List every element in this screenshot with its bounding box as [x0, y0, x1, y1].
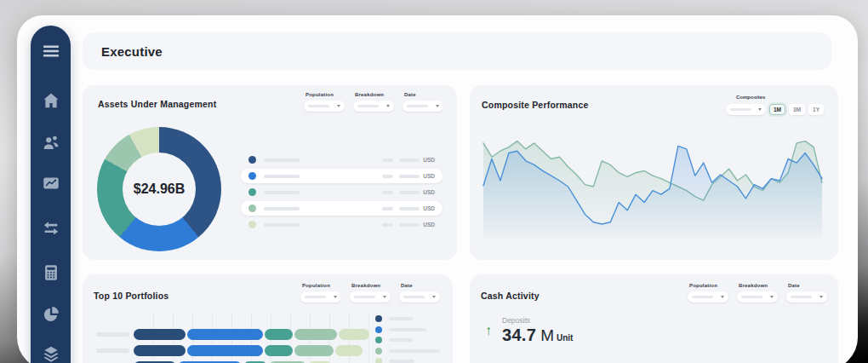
aum-date-select[interactable]: [403, 101, 443, 112]
legend-value-placeholder: [399, 158, 420, 162]
legend-value-placeholder: [399, 175, 420, 178]
select-placeholder-bar: [791, 296, 812, 298]
bar-segment: [294, 329, 337, 340]
portfolio-name-placeholder: [96, 332, 129, 337]
legend-name-placeholder: [264, 175, 300, 178]
legend-value-placeholder: [382, 223, 393, 227]
aum-legend-row[interactable]: USD: [241, 185, 443, 199]
menu-icon: [42, 42, 60, 60]
sidebar-item-layers[interactable]: [42, 344, 60, 363]
range-button-3m[interactable]: 3M: [789, 104, 805, 115]
chevron-down-icon: [819, 296, 823, 298]
range-toggle-group: 1M3M1Y: [769, 104, 824, 115]
legend-name-placeholder: [264, 207, 300, 210]
cash-population-select[interactable]: [688, 291, 728, 302]
aum-breakdown-select[interactable]: [353, 101, 394, 112]
legend-color-dot: [375, 315, 382, 322]
composites-select[interactable]: [726, 104, 766, 115]
cash-filters: PopulationBreakdownDate: [688, 283, 827, 302]
bar-segment: [294, 345, 334, 356]
aum-filter-breakdown: Breakdown: [353, 92, 394, 112]
legend-color-dot: [248, 221, 256, 228]
sidebar-item-home[interactable]: [42, 91, 60, 110]
aum-legend-row[interactable]: USD: [241, 217, 443, 232]
aum-filter-label-breakdown: Breakdown: [355, 92, 394, 97]
aum-filter-date: Date: [403, 92, 443, 112]
top10-filter-breakdown: Breakdown: [350, 283, 391, 302]
legend-currency-label: USD: [423, 205, 435, 211]
cash-filter-label-date: Date: [788, 283, 827, 288]
aum-card-title: Assets Under Management: [98, 99, 216, 109]
composites-filter-label: Composites: [736, 95, 765, 100]
legend-name-placeholder: [389, 317, 413, 320]
cash-breakdown-select[interactable]: [737, 291, 778, 302]
aum-legend-row[interactable]: USD: [241, 201, 443, 216]
sidebar-item-calculator[interactable]: [42, 263, 60, 282]
chevron-down-icon: [334, 296, 337, 298]
top10-filter-population: Population: [300, 283, 341, 302]
portfolio-bar-row: [83, 329, 453, 340]
app-window: Executive Assets Under Management Popula…: [17, 15, 858, 363]
sidebar-item-transfers[interactable]: [42, 219, 60, 238]
top10-filter-label-date: Date: [401, 283, 440, 288]
deposits-value: 34.7: [502, 326, 536, 345]
select-placeholder-bar: [354, 296, 375, 298]
chevron-down-icon: [383, 296, 386, 298]
legend-name-placeholder: [264, 223, 300, 227]
chevron-down-icon: [337, 105, 340, 107]
legend-color-dot: [248, 205, 256, 212]
top10-population-select[interactable]: [300, 291, 341, 302]
aum-legend-row[interactable]: USD: [241, 169, 443, 183]
legend-color-dot: [248, 172, 256, 180]
cash-activity-card: Cash Activity PopulationBreakdownDate ↑ …: [470, 274, 838, 363]
top10-date-select[interactable]: [399, 291, 440, 302]
bar-segment: [335, 345, 363, 356]
select-placeholder-bar: [730, 108, 751, 111]
cash-date-select[interactable]: [786, 291, 827, 302]
chevron-down-icon: [721, 296, 724, 298]
legend-currency-label: USD: [423, 189, 435, 195]
allocation-icon: [42, 305, 60, 324]
chevron-down-icon: [770, 296, 774, 298]
menu-button[interactable]: [42, 42, 60, 60]
bar-segment: [187, 345, 263, 356]
aum-legend: USDUSDUSDUSDUSD: [241, 153, 443, 233]
bar-segment: [265, 329, 293, 340]
deposits-magnitude: M: [540, 326, 554, 345]
range-button-1y[interactable]: 1Y: [808, 104, 824, 115]
chevron-down-icon: [758, 108, 762, 111]
aum-legend-row[interactable]: USD: [241, 153, 443, 167]
legend-currency-label: USD: [423, 222, 435, 228]
select-placeholder-bar: [692, 296, 713, 298]
sidebar: [31, 26, 71, 363]
select-placeholder-bar: [407, 105, 428, 107]
top10-breakdown-select[interactable]: [350, 291, 391, 302]
sidebar-item-allocation[interactable]: [42, 305, 60, 324]
legend-color-dot: [248, 188, 256, 196]
bar-segment: [134, 329, 186, 340]
stacked-bar: [134, 345, 363, 356]
legend-value-placeholder: [399, 191, 420, 194]
cash-filter-population: Population: [688, 283, 728, 302]
legend-value-placeholder: [382, 158, 393, 162]
legend-value-placeholder: [382, 175, 393, 178]
composite-line-chart: [480, 121, 825, 239]
sidebar-item-portfolios[interactable]: [42, 174, 60, 193]
sidebar-item-users[interactable]: [42, 133, 60, 152]
legend-value-placeholder: [399, 223, 420, 227]
aum-filter-population: Population: [304, 92, 345, 112]
legend-item: [375, 315, 440, 322]
cash-card-title: Cash Activity: [481, 291, 540, 301]
legend-value-placeholder: [382, 207, 393, 210]
bar-segment: [339, 329, 369, 340]
top10-filter-date: Date: [399, 283, 440, 302]
aum-population-select[interactable]: [304, 101, 345, 112]
range-button-1m[interactable]: 1M: [769, 104, 785, 115]
composite-card-title: Composite Performance: [482, 100, 589, 110]
select-placeholder-bar: [305, 296, 326, 298]
top10-filter-label-population: Population: [302, 283, 341, 288]
deposits-unit: Unit: [557, 333, 573, 343]
chevron-down-icon: [432, 296, 436, 298]
transfers-icon: [42, 219, 60, 238]
aum-filters: PopulationBreakdownDate: [304, 92, 443, 112]
